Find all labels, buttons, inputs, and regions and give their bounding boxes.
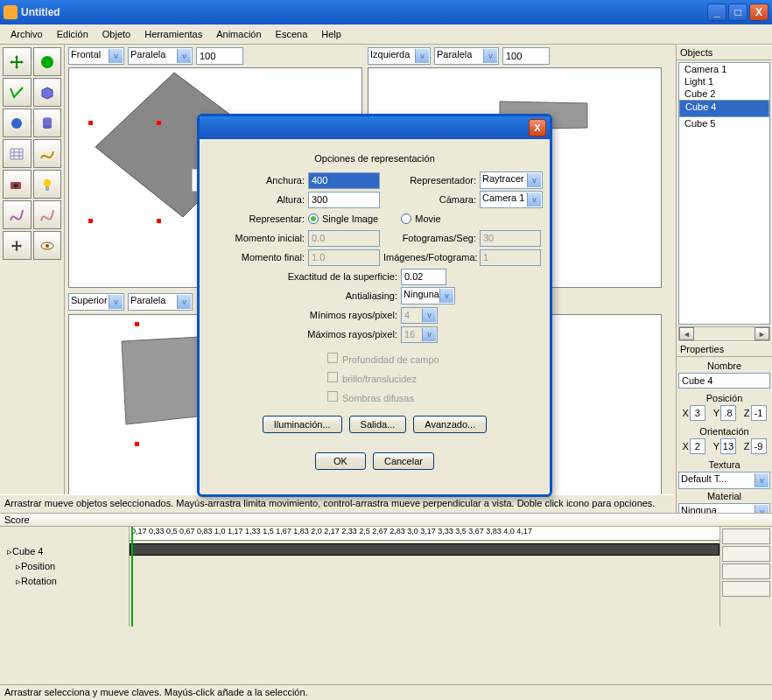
svg-point-0 [41,56,53,68]
track-name[interactable]: ▹Cube 4 [4,544,125,559]
curve-tool[interactable] [3,200,32,229]
move-tool[interactable] [3,47,32,76]
tl-tool-3[interactable] [722,564,770,579]
tl-tool-2[interactable] [722,546,770,562]
starttime-label: Momento inicial: [205,233,305,243]
right-panel: Objects Camera 1 Light 1 Cube 2 Cube 4 C… [676,45,772,561]
tool-palette: Momento: 0.0 Fotograma: 0 [0,45,65,561]
ori-z-input[interactable] [751,438,767,454]
camera-tool[interactable] [3,170,32,199]
move-view-tool[interactable] [3,231,32,260]
ori-x-input[interactable] [690,438,705,454]
zoom-tr-input[interactable] [502,47,550,65]
minimize-button[interactable]: _ [707,4,726,21]
menu-objeto[interactable]: Objeto [95,26,137,42]
pos-y-input[interactable] [720,405,736,421]
menu-help[interactable]: Help [314,26,348,42]
curve2-tool[interactable] [33,200,62,229]
menu-herramientas[interactable]: Herramientas [137,26,209,42]
height-input[interactable] [308,192,380,208]
zoom-tl-input[interactable] [196,47,243,65]
eye-tool[interactable] [33,231,62,260]
endtime-input [308,249,380,266]
scale-tool[interactable] [3,108,32,137]
proj-tl-select[interactable]: Paralela [128,47,193,65]
name-input[interactable] [678,373,770,388]
maximize-button[interactable]: □ [728,4,747,21]
list-item[interactable]: Cube 4 [679,100,769,117]
view-tl-select[interactable]: Frontal [68,47,124,65]
objects-header: Objects [677,45,772,60]
view-tr-select[interactable]: Izquierda [368,47,431,65]
cube-tool[interactable] [33,78,62,107]
app-icon [4,5,18,19]
width-input[interactable] [308,172,380,189]
proj-tr-select[interactable]: Paralela [434,47,499,65]
ori-y-input[interactable] [720,438,736,454]
menu-animacion[interactable]: Animación [209,26,268,42]
properties-header: Properties [677,341,772,357]
track-row[interactable]: ▹Rotation [4,574,125,589]
dialog-close-icon[interactable]: X [529,119,546,136]
antialias-label: Antialiasing: [205,290,397,301]
camera-label: Cámara: [383,194,476,205]
playhead[interactable] [131,527,133,626]
menubar: Archivo Edición Objeto Herramientas Anim… [0,24,772,45]
rotate-tool[interactable] [3,78,32,107]
texture-select[interactable]: Default T... [678,472,770,489]
output-button[interactable]: Salida... [349,416,407,433]
accuracy-input[interactable] [401,269,446,285]
camera-select[interactable]: Camera 1 [480,191,543,208]
renderer-select[interactable]: Raytracer [480,172,543,189]
scroll-right-icon[interactable]: ► [754,327,769,340]
list-item[interactable]: Camera 1 [679,63,769,75]
minray-label: Mínimos rayos/pixel: [205,310,397,320]
track-bar[interactable] [130,543,719,556]
dialog-title: Opciones de representación [205,146,544,171]
window-title: Untitled [21,6,705,18]
timeline-ruler[interactable]: 0,17 0,33 0,5 0,67 0,83 1,0 1,17 1,33 1,… [130,527,719,541]
ipf-input [480,249,541,266]
list-item[interactable]: Light 1 [679,75,769,88]
width-label: Anchura: [205,175,305,186]
pos-x-input[interactable] [690,405,705,421]
sphere-tool[interactable] [33,47,62,76]
movie-radio[interactable] [401,214,411,224]
track-row[interactable]: ▹Position [4,559,125,574]
tl-tool-1[interactable] [722,528,770,544]
list-item[interactable]: Cube 5 [679,117,769,130]
cancel-button[interactable]: Cancelar [373,452,434,470]
endtime-label: Momento final: [205,252,305,262]
list-item[interactable]: Cube 2 [679,88,769,100]
advanced-button[interactable]: Avanzado... [413,416,487,433]
proj-bl-select[interactable]: Paralela [128,293,193,311]
maxray-label: Máximos rayos/pixel: [205,329,397,340]
ok-button[interactable]: OK [315,452,366,470]
menu-escena[interactable]: Escena [269,26,315,42]
antialias-select[interactable]: Ninguna [401,287,455,304]
object-list[interactable]: Camera 1 Light 1 Cube 2 Cube 4 Cube 5 [678,62,770,325]
svg-point-10 [46,244,49,248]
accuracy-label: Exactitud de la superficie: [205,271,397,282]
softshadow-checkbox [327,391,338,402]
menu-archivo[interactable]: Archivo [4,26,50,42]
close-button[interactable]: X [749,4,768,21]
objects-scrollbar[interactable]: ◄ ► [678,326,770,341]
material-label: Material [678,489,770,503]
ipf-label: Imágenes/Fotograma: [383,252,476,262]
view-bl-select[interactable]: Superior [68,293,124,311]
gloss-checkbox [327,372,338,382]
single-image-radio[interactable] [308,214,319,224]
menu-edicion[interactable]: Edición [50,26,95,42]
cylinder-tool[interactable] [33,108,62,137]
spline-tool[interactable] [33,139,62,168]
movie-label: Movie [415,214,440,224]
dialog-titlebar[interactable]: X [200,116,550,139]
tl-tool-4[interactable] [722,581,770,597]
mesh-tool[interactable] [3,139,32,168]
illumination-button[interactable]: Iluminación... [263,416,342,433]
scroll-left-icon[interactable]: ◄ [679,327,694,340]
pos-z-input[interactable] [751,405,767,421]
texture-label: Textura [678,458,770,472]
light-tool[interactable] [33,170,62,199]
